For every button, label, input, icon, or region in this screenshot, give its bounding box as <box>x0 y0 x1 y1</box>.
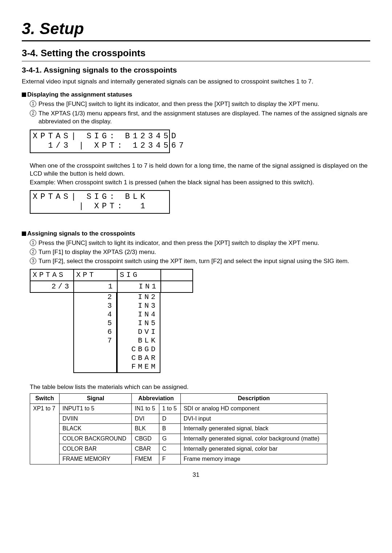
table-row: BLACK BLK B Internally generated signal,… <box>30 424 327 434</box>
desc-cell: DVI-I input <box>180 414 327 424</box>
code-cell: F <box>159 454 180 464</box>
menu-cell <box>160 281 193 293</box>
table-caption: The table below lists the materials whic… <box>30 383 370 391</box>
option-lists: 2 3 4 5 6 7 IN2 IN3 IN4 IN5 DVI BLK CBGD… <box>30 293 370 373</box>
assign-block-title-text: Assigning signals to the crosspoints <box>27 230 135 237</box>
table-row: FRAME MEMORY FMEM F Frame memory image <box>30 454 327 464</box>
table-row: COLOR BAR CBAR C Internally generated si… <box>30 444 327 454</box>
th-description: Description <box>180 394 327 404</box>
assign-step-1: 1 Press the [FUNC] switch to light its i… <box>30 239 370 247</box>
lcd-display-1: XPTAS| SIG: B12345D 1/3 | XPT: 1234567 <box>30 130 170 153</box>
code-cell: 1 to 5 <box>159 404 180 414</box>
section-rule <box>22 61 370 61</box>
abbr-cell: CBGD <box>132 434 159 444</box>
held-example: Example: When crosspoint switch 1 is pre… <box>30 179 370 187</box>
subsection-title: 3-4-1. Assigning signals to the crosspoi… <box>22 65 370 75</box>
display-step-2: 2 The XPTAS (1/3) menu appears first, an… <box>30 110 370 126</box>
table-row: COLOR BACKGROUND CBGD G Internally gener… <box>30 434 327 444</box>
menu-cell: XPTAS <box>30 269 73 281</box>
held-note: When one of the crosspoint switches 1 to… <box>30 162 370 178</box>
desc-cell: SDI or analog HD component <box>180 404 327 414</box>
signal-cell: COLOR BACKGROUND <box>59 434 131 444</box>
chapter-title: 3. Setup <box>22 18 370 39</box>
circled-number-1-icon: 1 <box>30 239 36 246</box>
signal-cell: INPUT1 to 5 <box>59 404 131 414</box>
square-bullet-icon <box>22 232 26 236</box>
lcd-menu-grid: XPTAS XPT SIG 2/3 1 IN1 <box>30 269 370 293</box>
assign-steps: 1 Press the [FUNC] switch to light its i… <box>30 239 370 265</box>
display-step-1: 1 Press the [FUNC] switch to light its i… <box>30 100 370 108</box>
circled-number-2-icon: 2 <box>30 110 36 116</box>
desc-cell: Frame memory image <box>180 454 327 464</box>
abbr-cell: IN1 to 5 <box>132 404 159 414</box>
switch-cell: XP1 to 7 <box>30 404 60 464</box>
abbr-cell: DVI <box>132 414 159 424</box>
step-text: Press the [FUNC] switch to light its ind… <box>38 100 370 108</box>
page-number: 31 <box>22 471 370 479</box>
th-switch: Switch <box>30 394 60 404</box>
step-text: Press the [FUNC] switch to light its ind… <box>38 239 370 247</box>
code-cell: C <box>159 444 180 454</box>
menu-cell: IN1 <box>117 281 160 293</box>
circled-number-2-icon: 2 <box>30 249 36 255</box>
abbr-cell: BLK <box>132 424 159 434</box>
th-signal: Signal <box>59 394 131 404</box>
step-text: The XPTAS (1/3) menu appears first, and … <box>38 110 370 126</box>
code-cell: D <box>159 414 180 424</box>
desc-cell: Internally generated signal, color bar <box>180 444 327 454</box>
signal-cell: DVIIN <box>59 414 131 424</box>
assign-block-title: Assigning signals to the crosspoints <box>22 230 370 238</box>
signal-cell: FRAME MEMORY <box>59 454 131 464</box>
table-row: DVIIN DVI D DVI-I input <box>30 414 327 424</box>
menu-cell: 2/3 <box>30 281 73 293</box>
display-steps: 1 Press the [FUNC] switch to light its i… <box>30 100 370 125</box>
section-title: 3-4. Setting the crosspoints <box>22 47 370 60</box>
assign-step-3: 3 Turn [F2], select the crosspoint switc… <box>30 257 370 265</box>
xpt-options: 2 3 4 5 6 7 <box>73 293 117 373</box>
table-row: XP1 to 7 INPUT1 to 5 IN1 to 5 1 to 5 SDI… <box>30 404 327 414</box>
code-cell: B <box>159 424 180 434</box>
desc-cell: Internally generated signal, color backg… <box>180 434 327 444</box>
th-abbreviation: Abbreviation <box>132 394 180 404</box>
step-text: Turn [F1] to display the XPTAS (2/3) men… <box>38 248 370 256</box>
display-block-title: Displaying the assignment statuses <box>22 91 370 99</box>
signal-cell: COLOR BAR <box>59 444 131 454</box>
menu-cell <box>160 269 193 281</box>
step-text: Turn [F2], select the crosspoint switch … <box>38 257 370 265</box>
sig-options: IN2 IN3 IN4 IN5 DVI BLK CBGD CBAR FMEM <box>117 293 160 373</box>
desc-cell: Internally generated signal, black <box>180 424 327 434</box>
abbr-cell: CBAR <box>132 444 159 454</box>
lcd-display-2: XPTAS| SIG: BLK | XPT: 1 <box>30 190 170 214</box>
abbr-cell: FMEM <box>132 454 159 464</box>
table-header-row: Switch Signal Abbreviation Description <box>30 394 327 404</box>
materials-table: Switch Signal Abbreviation Description X… <box>30 393 327 464</box>
circled-number-1-icon: 1 <box>30 101 36 107</box>
assign-step-2: 2 Turn [F1] to display the XPTAS (2/3) m… <box>30 248 370 256</box>
square-bullet-icon <box>22 93 26 97</box>
menu-cell: SIG <box>117 269 160 281</box>
display-block-title-text: Displaying the assignment statuses <box>27 91 132 98</box>
intro-paragraph: External video input signals and interna… <box>22 78 370 86</box>
code-cell: G <box>159 434 180 444</box>
signal-cell: BLACK <box>59 424 131 434</box>
circled-number-3-icon: 3 <box>30 258 36 264</box>
chapter-rule <box>22 40 370 41</box>
menu-cell: XPT <box>73 269 117 281</box>
menu-cell: 1 <box>73 281 117 293</box>
